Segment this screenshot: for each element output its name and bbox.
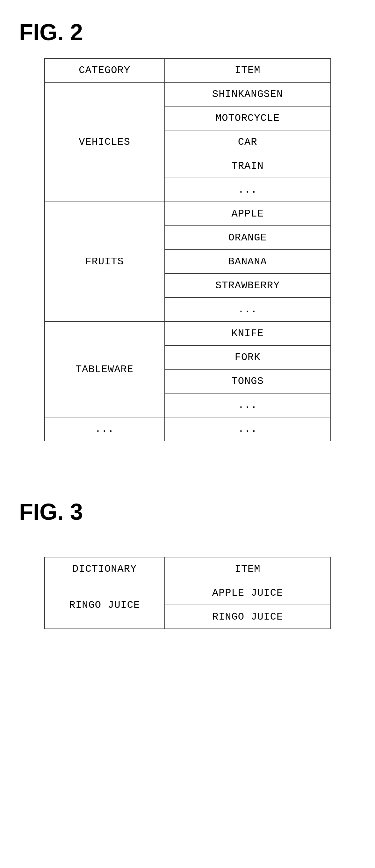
fig3-table: DICTIONARY ITEM RINGO JUICE APPLE JUICE … [44, 557, 331, 629]
fruits-item-5: ... [165, 298, 331, 321]
tableware-item-3: TONGS [165, 369, 331, 393]
fig3-section: FIG. 3 DICTIONARY ITEM RINGO JUICE APPLE… [19, 499, 356, 629]
ellipsis-category: ... [45, 417, 165, 441]
fig2-table-container: CATEGORY ITEM VEHICLES SHINKANGSEN MOTOR… [44, 58, 331, 441]
tableware-item-2: FORK [165, 345, 331, 369]
table-row: VEHICLES SHINKANGSEN [45, 82, 331, 106]
tableware-item-4: ... [165, 393, 331, 417]
fruits-item-2: ORANGE [165, 226, 331, 250]
ellipsis-item: ... [165, 417, 331, 441]
tableware-item-1: KNIFE [165, 321, 331, 345]
fig2-title: FIG. 2 [19, 19, 356, 45]
fig2-table: CATEGORY ITEM VEHICLES SHINKANGSEN MOTOR… [44, 58, 331, 441]
table-row: RINGO JUICE APPLE JUICE [45, 581, 331, 605]
fig3-gap [19, 538, 356, 557]
fig3-title: FIG. 3 [19, 499, 356, 525]
table-row: FRUITS APPLE [45, 202, 331, 226]
fig3-table-container: DICTIONARY ITEM RINGO JUICE APPLE JUICE … [44, 557, 331, 629]
fig2-header-row: CATEGORY ITEM [45, 58, 331, 82]
vehicles-category: VEHICLES [45, 82, 165, 202]
ringo-juice-item-2: RINGO JUICE [165, 605, 331, 629]
ringo-juice-category: RINGO JUICE [45, 581, 165, 629]
fig2-header-category: CATEGORY [45, 58, 165, 82]
tableware-category: TABLEWARE [45, 321, 165, 417]
vehicles-item-4: TRAIN [165, 154, 331, 178]
fig2-section: FIG. 2 CATEGORY ITEM VEHICLES SHINKANGSE… [19, 19, 356, 441]
fig2-header-item: ITEM [165, 58, 331, 82]
ringo-juice-item-1: APPLE JUICE [165, 581, 331, 605]
vehicles-item-1: SHINKANGSEN [165, 82, 331, 106]
fruits-category: FRUITS [45, 202, 165, 321]
fig3-header-dictionary: DICTIONARY [45, 557, 165, 581]
vehicles-item-2: MOTORCYCLE [165, 106, 331, 130]
fig3-header-row: DICTIONARY ITEM [45, 557, 331, 581]
vehicles-item-3: CAR [165, 130, 331, 154]
fruits-item-4: STRAWBERRY [165, 274, 331, 298]
fig3-header-item: ITEM [165, 557, 331, 581]
table-row: ... ... [45, 417, 331, 441]
vehicles-item-5: ... [165, 178, 331, 202]
fruits-item-1: APPLE [165, 202, 331, 226]
table-row: TABLEWARE KNIFE [45, 321, 331, 345]
section-gap [19, 441, 356, 492]
fruits-item-3: BANANA [165, 250, 331, 274]
